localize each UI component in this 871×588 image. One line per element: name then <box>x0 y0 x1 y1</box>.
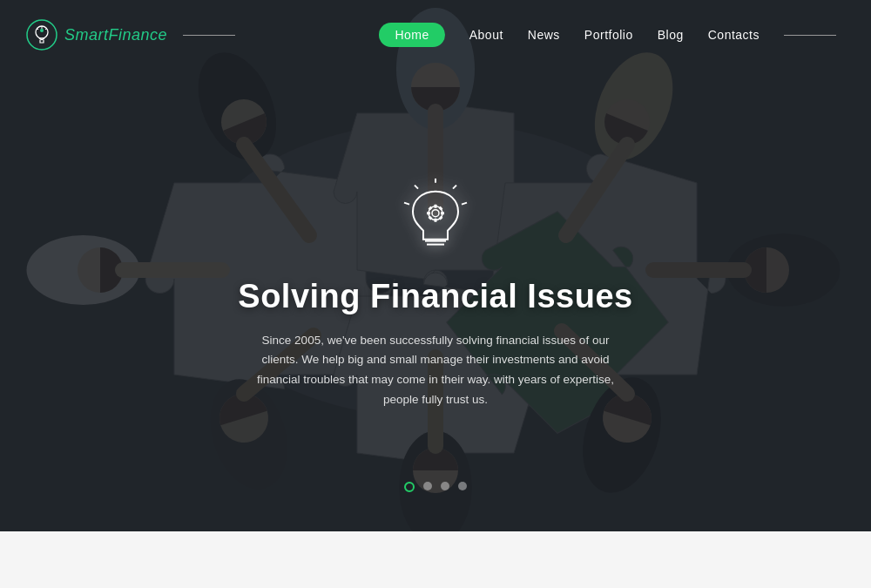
footer-bar <box>0 531 871 588</box>
navigation: Home About News Portfolio Blog Contacts <box>379 23 845 47</box>
header-line-right <box>784 35 836 36</box>
logo-name-italic: Finance <box>109 26 168 44</box>
dot-1[interactable] <box>404 482 415 492</box>
hero-section: SmartFinance Home About News Portfolio B… <box>0 0 871 588</box>
svg-rect-15 <box>441 212 444 214</box>
hero-content: Solving Financial Issues Since 2005, we'… <box>218 178 653 410</box>
logo-icon <box>26 19 57 51</box>
nav-item-news[interactable]: News <box>528 28 560 42</box>
logo: SmartFinance <box>26 19 235 51</box>
svg-rect-13 <box>435 218 437 221</box>
logo-name-plain: Smart <box>64 26 109 44</box>
svg-rect-14 <box>427 212 430 214</box>
dot-4[interactable] <box>458 482 467 490</box>
slider-dots <box>404 482 467 492</box>
svg-point-0 <box>27 20 57 50</box>
svg-point-2 <box>40 29 44 32</box>
svg-rect-12 <box>435 204 437 207</box>
dot-2[interactable] <box>423 482 432 490</box>
svg-line-5 <box>415 185 418 188</box>
header-line-left <box>183 35 235 36</box>
hero-lightbulb-icon <box>218 178 653 268</box>
hero-description: Since 2005, we've been successfully solv… <box>248 330 623 410</box>
nav-item-portfolio[interactable]: Portfolio <box>584 28 633 42</box>
svg-line-4 <box>453 185 456 188</box>
header: SmartFinance Home About News Portfolio B… <box>0 0 871 70</box>
nav-item-home[interactable]: Home <box>379 23 444 47</box>
nav-item-blog[interactable]: Blog <box>658 28 684 42</box>
nav-item-about[interactable]: About <box>469 28 503 42</box>
svg-line-6 <box>462 202 467 204</box>
svg-point-11 <box>432 209 439 216</box>
nav-item-contacts[interactable]: Contacts <box>708 28 760 42</box>
logo-text: SmartFinance <box>64 26 167 44</box>
svg-line-7 <box>404 202 409 204</box>
dot-3[interactable] <box>441 482 449 490</box>
hero-title: Solving Financial Issues <box>218 277 653 314</box>
